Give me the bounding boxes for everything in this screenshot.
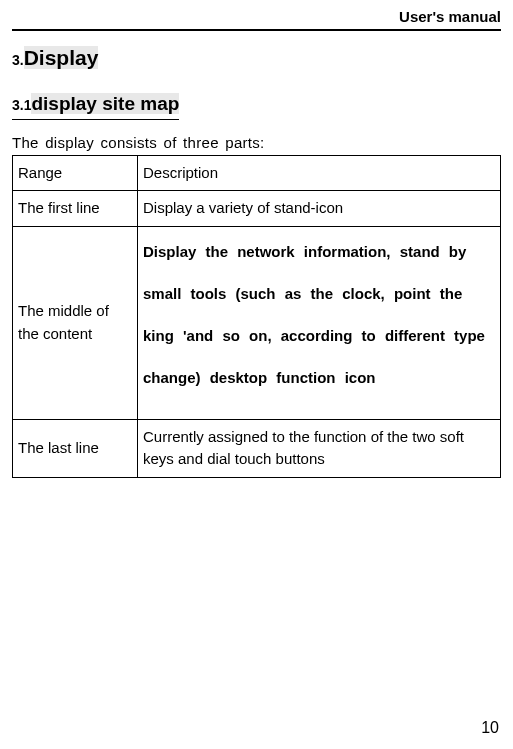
table-cell-description: Currently assigned to the function of th… <box>138 419 501 477</box>
table-cell-description: Display a variety of stand-icon <box>138 191 501 227</box>
subsection-title: 3.1display site map <box>12 90 179 120</box>
table-cell-description: Display the network information, stand b… <box>138 226 501 419</box>
table-row: The middle of the content Display the ne… <box>13 226 501 419</box>
intro-text: The display consists of three parts: <box>12 134 501 151</box>
display-parts-table: Range Description The first line Display… <box>12 155 501 478</box>
subsection-wrapper: 3.1display site map <box>12 90 501 134</box>
table-cell-range: The last line <box>13 419 138 477</box>
section-title: 3.Display <box>12 43 501 72</box>
table-cell-range: The middle of the content <box>13 226 138 419</box>
table-header-row: Range Description <box>13 155 501 191</box>
subsection-text: display site map <box>31 93 179 114</box>
table-cell-range: The first line <box>13 191 138 227</box>
document-header: User's manual <box>12 8 501 31</box>
table-header-range: Range <box>13 155 138 191</box>
section-text: Display <box>24 46 99 69</box>
table-header-description: Description <box>138 155 501 191</box>
page-number: 10 <box>481 719 499 737</box>
section-number: 3. <box>12 52 24 68</box>
subsection-number: 3.1 <box>12 97 31 113</box>
header-title: User's manual <box>399 8 501 25</box>
table-row: The last line Currently assigned to the … <box>13 419 501 477</box>
table-row: The first line Display a variety of stan… <box>13 191 501 227</box>
